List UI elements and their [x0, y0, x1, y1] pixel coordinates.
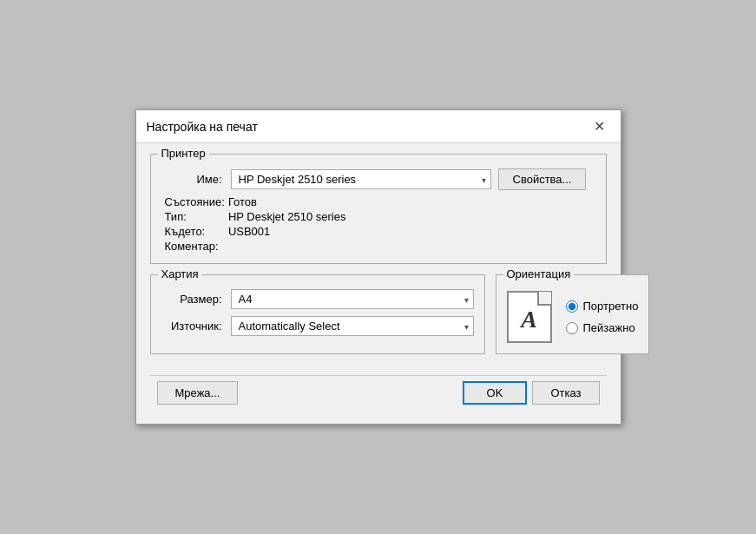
- printer-name-row: Име: HP Deskjet 2510 series ▾ Свойства..…: [161, 168, 595, 190]
- paper-icon-letter: A: [521, 306, 537, 333]
- source-select-wrap: Automatically Select Manual Feed Tray 1 …: [231, 316, 474, 336]
- portrait-option[interactable]: Портретно: [566, 300, 639, 313]
- portrait-label: Портретно: [583, 300, 639, 313]
- orientation-radio-group: Портретно Пейзажно: [566, 300, 639, 334]
- type-value: HP Deskjet 2510 series: [228, 210, 595, 223]
- status-key: Състояние:: [165, 195, 225, 208]
- size-row: Размер: A4 A3 Letter Legal ▾: [161, 289, 474, 309]
- source-select[interactable]: Automatically Select Manual Feed Tray 1: [231, 316, 474, 336]
- name-label: Име:: [161, 173, 231, 186]
- source-label: Източник:: [161, 320, 231, 333]
- size-select-wrap: A4 A3 Letter Legal ▾: [231, 289, 474, 309]
- printer-section-legend: Принтер: [158, 147, 209, 160]
- dialog-body: Принтер Име: HP Deskjet 2510 series ▾ Св…: [136, 143, 621, 424]
- dialog-footer: Мрежа... OK Отказ: [150, 375, 607, 413]
- printer-info-grid: Състояние: Готов Тип: HP Deskjet 2510 se…: [161, 195, 595, 253]
- landscape-radio[interactable]: [566, 322, 578, 334]
- portrait-radio[interactable]: [566, 300, 578, 313]
- landscape-label: Пейзажно: [583, 321, 635, 334]
- footer-left: Мрежа...: [157, 381, 239, 405]
- source-row: Източник: Automatically Select Manual Fe…: [161, 316, 474, 336]
- printer-section: Принтер Име: HP Deskjet 2510 series ▾ Св…: [150, 154, 607, 264]
- cancel-button[interactable]: Отказ: [532, 381, 599, 405]
- type-key: Тип:: [165, 210, 225, 223]
- network-button[interactable]: Мрежа...: [157, 381, 239, 405]
- landscape-option[interactable]: Пейзажно: [566, 321, 639, 334]
- printer-select-wrap: HP Deskjet 2510 series ▾: [231, 169, 491, 189]
- bottom-sections: Хартия Размер: A4 A3 Letter Legal ▾: [150, 274, 607, 365]
- properties-button[interactable]: Свойства...: [498, 168, 587, 190]
- paper-icon: A: [507, 291, 552, 343]
- orientation-section: Ориентация A Портретно Пе: [496, 274, 650, 354]
- comment-value: [228, 240, 595, 253]
- where-key: Където:: [165, 225, 225, 238]
- ok-button[interactable]: OK: [463, 381, 528, 405]
- paper-section-legend: Хартия: [158, 267, 202, 280]
- close-button[interactable]: ✕: [589, 116, 610, 137]
- title-bar: Настройка на печат ✕: [136, 110, 621, 143]
- orientation-content: A Портретно Пейзажно: [507, 291, 639, 343]
- where-value: USB001: [228, 225, 595, 238]
- comment-key: Коментар:: [165, 240, 225, 253]
- dialog-title: Настройка на печат: [147, 120, 258, 134]
- status-value: Готов: [228, 195, 595, 208]
- paper-section: Хартия Размер: A4 A3 Letter Legal ▾: [150, 274, 485, 354]
- size-label: Размер:: [161, 293, 231, 306]
- print-setup-dialog: Настройка на печат ✕ Принтер Име: HP Des…: [135, 109, 621, 425]
- orientation-section-legend: Ориентация: [503, 267, 575, 280]
- size-select[interactable]: A4 A3 Letter Legal: [231, 289, 474, 309]
- printer-select[interactable]: HP Deskjet 2510 series: [231, 169, 491, 189]
- footer-right: OK Отказ: [463, 381, 600, 405]
